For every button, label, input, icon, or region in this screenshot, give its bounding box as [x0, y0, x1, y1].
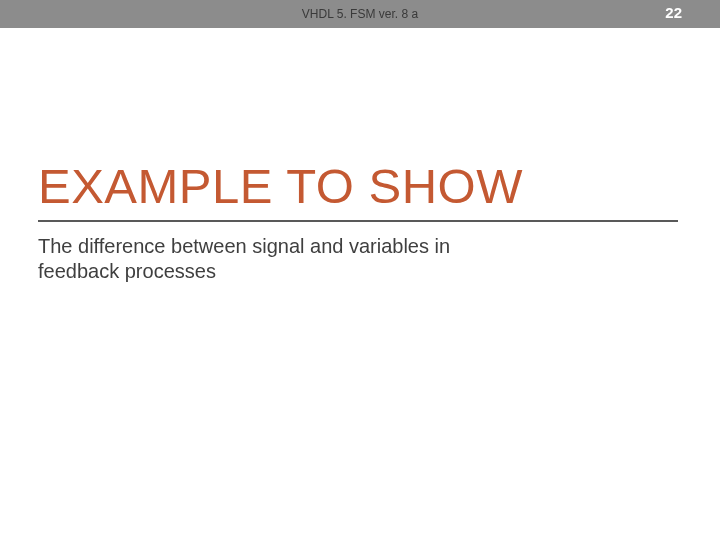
- header-bar: VHDL 5. FSM ver. 8 a 22: [0, 0, 720, 28]
- horizontal-rule: [38, 220, 678, 222]
- slide-subtitle: The difference between signal and variab…: [38, 234, 478, 284]
- header-title: VHDL 5. FSM ver. 8 a: [0, 7, 720, 21]
- slide-title: EXAMPLE TO SHOW: [38, 158, 523, 214]
- page-number: 22: [665, 4, 682, 21]
